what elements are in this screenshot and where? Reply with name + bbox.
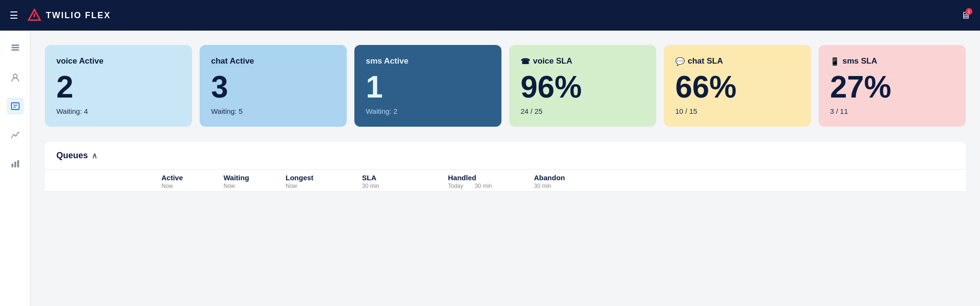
card-sms-sla-value: 27%: [830, 72, 954, 102]
card-voice-active-sub: Waiting: 4: [56, 107, 181, 115]
col-longest-header: Longest: [286, 174, 362, 182]
col-abandon-sub: 30 min: [534, 183, 610, 189]
card-sms-active-sub: Waiting: 2: [366, 107, 490, 115]
card-voice-active-title: voice Active: [56, 56, 181, 66]
app-title: TWILIO FLEX: [46, 11, 111, 21]
metric-cards-row: voice Active 2 Waiting: 4 chat Active 3 …: [45, 45, 966, 127]
card-chat-sla-sub: 10 / 15: [675, 107, 799, 115]
metric-card-chat-sla: 💬 chat SLA 66% 10 / 15: [664, 45, 811, 127]
card-chat-active-value: 3: [211, 72, 335, 102]
col-waiting-group: Waiting Now: [224, 174, 286, 189]
svg-rect-10: [14, 162, 16, 167]
queues-columns: Active Now Waiting Now Longest Now SLA 3…: [45, 170, 966, 192]
card-chat-active-title: chat Active: [211, 56, 335, 66]
queues-collapse-icon[interactable]: ∧: [92, 151, 97, 160]
queues-title: Queues ∧: [56, 151, 97, 161]
col-handled-group: Handled Today 30 min: [448, 174, 534, 189]
logo-area: TWILIO FLEX: [28, 9, 111, 22]
card-chat-sla-title: 💬 chat SLA: [675, 56, 799, 66]
top-navigation: ☰ TWILIO FLEX 🖥 1: [0, 0, 980, 31]
card-sms-active-title: sms Active: [366, 56, 490, 66]
svg-rect-2: [11, 47, 19, 48]
card-sms-sla-title: 📱 sms SLA: [830, 56, 954, 66]
col-waiting-header: Waiting: [224, 174, 286, 182]
card-voice-sla-sub: 24 / 25: [521, 107, 645, 115]
col-handled-sub-today: Today: [448, 183, 463, 189]
queues-header: Queues ∧: [45, 142, 966, 170]
phone-icon: ☎: [521, 57, 530, 66]
metric-card-voice-active: voice Active 2 Waiting: 4: [45, 45, 192, 127]
col-active-header: Active: [161, 174, 224, 182]
card-sms-active-value: 1: [366, 72, 490, 102]
metric-card-sms-active: sms Active 1 Waiting: 2: [354, 45, 501, 127]
card-chat-active-sub: Waiting: 5: [211, 107, 335, 115]
twilio-logo-icon: [28, 9, 41, 22]
nav-left: ☰ TWILIO FLEX: [10, 9, 111, 22]
mobile-icon: 📱: [830, 57, 840, 66]
sidebar-item-bar-chart[interactable]: [7, 155, 24, 172]
svg-rect-11: [17, 160, 19, 167]
col-abandon-group: Abandon 30 min: [534, 174, 610, 189]
main-content: voice Active 2 Waiting: 4 chat Active 3 …: [31, 31, 980, 306]
col-longest-sub: Now: [286, 183, 362, 189]
sidebar: [0, 31, 31, 306]
chat-icon: 💬: [675, 57, 685, 66]
col-active-sub: Now: [161, 183, 224, 189]
svg-rect-3: [11, 49, 19, 51]
svg-point-5: [13, 74, 17, 78]
metric-card-chat-active: chat Active 3 Waiting: 5: [200, 45, 347, 127]
notification-badge: 1: [966, 8, 972, 15]
col-abandon-header: Abandon: [534, 174, 610, 182]
card-voice-sla-title: ☎ voice SLA: [521, 56, 645, 66]
hamburger-icon[interactable]: ☰: [10, 10, 18, 21]
svg-rect-6: [11, 103, 19, 109]
app-body: voice Active 2 Waiting: 4 chat Active 3 …: [0, 31, 980, 306]
col-sla-group: SLA 30 min: [362, 174, 448, 189]
col-longest-group: Longest Now: [286, 174, 362, 189]
sidebar-item-chart-line[interactable]: [7, 126, 24, 143]
nav-right: 🖥 1: [961, 10, 970, 21]
col-sla-sub: 30 min: [362, 183, 448, 189]
card-voice-sla-value: 96%: [521, 72, 645, 102]
col-active-group: Active Now: [161, 174, 224, 189]
sidebar-item-layers[interactable]: [7, 40, 24, 57]
svg-rect-9: [11, 164, 13, 167]
svg-rect-4: [11, 44, 19, 46]
card-chat-sla-value: 66%: [675, 72, 799, 102]
sidebar-item-tasks[interactable]: [7, 98, 24, 115]
col-handled-header: Handled: [448, 174, 534, 182]
sidebar-item-agents[interactable]: [7, 69, 24, 86]
card-sms-sla-sub: 3 / 11: [830, 107, 954, 115]
notifications-button[interactable]: 🖥 1: [961, 10, 970, 21]
col-handled-sub-30min: 30 min: [475, 183, 492, 189]
metric-card-voice-sla: ☎ voice SLA 96% 24 / 25: [509, 45, 656, 127]
col-sla-header: SLA: [362, 174, 448, 182]
metric-card-sms-sla: 📱 sms SLA 27% 3 / 11: [819, 45, 966, 127]
queues-section: Queues ∧ Active Now Waiting Now Longest …: [45, 142, 966, 192]
col-waiting-sub: Now: [224, 183, 286, 189]
card-voice-active-value: 2: [56, 72, 181, 102]
